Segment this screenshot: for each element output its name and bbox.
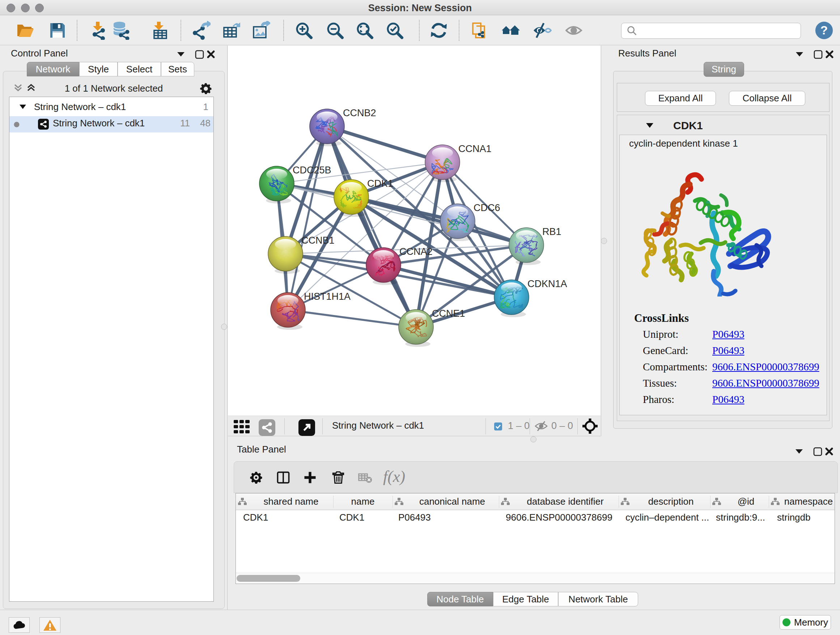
svg-text:CCNB2: CCNB2 (343, 108, 376, 119)
svg-text:CDC25B: CDC25B (293, 165, 332, 176)
svg-text:HIST1H1A: HIST1H1A (304, 291, 351, 302)
svg-text:RB1: RB1 (542, 226, 561, 237)
svg-text:?: ? (821, 24, 828, 37)
svg-text:CCNE1: CCNE1 (432, 308, 465, 319)
svg-text:CDKN1A: CDKN1A (527, 279, 567, 289)
svg-text:CDK1: CDK1 (367, 178, 393, 189)
svg-text:CCNA2: CCNA2 (399, 246, 433, 257)
svg-text:CCNB1: CCNB1 (302, 235, 335, 246)
svg-text:CCNA1: CCNA1 (458, 143, 492, 154)
svg-text:CDC6: CDC6 (474, 203, 500, 213)
